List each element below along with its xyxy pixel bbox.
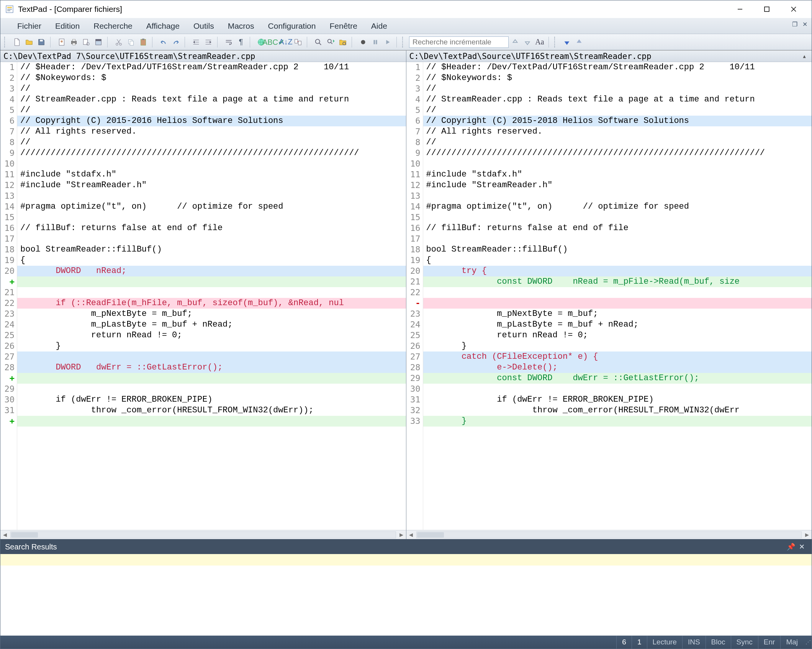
compare-icon[interactable] xyxy=(292,36,304,48)
svg-point-27 xyxy=(316,39,320,43)
cut-icon[interactable] xyxy=(113,36,124,48)
svg-rect-25 xyxy=(295,39,298,43)
right-pane: C:\Dev\TextPad\Source\UTF16Stream\Stream… xyxy=(406,51,812,539)
pause-macro-icon[interactable] xyxy=(370,36,381,48)
minimize-button[interactable] xyxy=(727,0,753,18)
menu-configuration[interactable]: Configuration xyxy=(261,19,323,33)
toggle-panel-icon[interactable] xyxy=(93,36,104,48)
status-enr: Enr xyxy=(758,636,781,649)
spellcheck-icon[interactable]: ABC✔ xyxy=(268,36,279,48)
search-results-header[interactable]: Search Results 📌 ✕ xyxy=(0,539,812,554)
print-preview-icon[interactable] xyxy=(80,36,92,48)
right-gutter: 12345678910111213141516171819202122-2324… xyxy=(406,62,423,530)
pilcrow-icon[interactable]: ¶ xyxy=(235,36,247,48)
incremental-search-input[interactable] xyxy=(409,36,509,48)
svg-rect-22 xyxy=(141,39,146,45)
svg-rect-3 xyxy=(7,10,10,11)
svg-rect-23 xyxy=(142,38,144,40)
properties-icon[interactable] xyxy=(56,36,67,48)
diff-split-view: C:\Dev\TextPad 7\Source\UTF16Stream\Stre… xyxy=(0,50,812,539)
right-pane-path: C:\Dev\TextPad\Source\UTF16Stream\Stream… xyxy=(406,51,812,62)
svg-rect-13 xyxy=(72,43,75,45)
search-down-icon[interactable] xyxy=(522,36,533,48)
status-ins: INS xyxy=(682,636,706,649)
left-pane-path: C:\Dev\TextPad 7\Source\UTF16Stream\Stre… xyxy=(0,51,406,62)
svg-rect-31 xyxy=(373,40,375,44)
wrap-icon[interactable] xyxy=(223,36,234,48)
open-file-icon[interactable] xyxy=(23,36,35,48)
mdi-close-button[interactable]: ✕ xyxy=(801,20,809,28)
app-icon xyxy=(5,5,14,14)
match-case-icon[interactable]: Aa xyxy=(534,36,545,48)
svg-rect-14 xyxy=(83,39,88,44)
status-bloc: Bloc xyxy=(706,636,731,649)
svg-rect-32 xyxy=(376,40,377,44)
menu-fichier[interactable]: Fichier xyxy=(10,19,48,33)
sort-icon[interactable]: A↓Z xyxy=(280,36,291,48)
print-icon[interactable] xyxy=(68,36,80,48)
close-button[interactable] xyxy=(780,0,807,18)
redo-icon[interactable] xyxy=(170,36,182,48)
menu-affichage[interactable]: Affichage xyxy=(139,19,187,33)
search-up-icon[interactable] xyxy=(509,36,521,48)
left-editor[interactable]: 123456▶7891011121314151617181920+2122232… xyxy=(0,62,406,530)
undo-icon[interactable] xyxy=(158,36,169,48)
right-code[interactable]: // $Header: /Dev/TextPad/UTF16Stream/Str… xyxy=(423,62,812,530)
find-icon[interactable] xyxy=(313,36,324,48)
menu-recherche[interactable]: Recherche xyxy=(87,19,139,33)
svg-rect-1 xyxy=(7,7,12,8)
next-diff-icon[interactable] xyxy=(561,36,573,48)
svg-rect-5 xyxy=(765,7,769,11)
copy-icon[interactable] xyxy=(125,36,137,48)
save-icon[interactable] xyxy=(36,36,47,48)
menu-aide[interactable]: Aide xyxy=(364,19,394,33)
menu-fenêtre[interactable]: Fenêtre xyxy=(323,19,364,33)
left-hscrollbar[interactable]: ◀▶ xyxy=(0,530,406,539)
maximize-button[interactable] xyxy=(753,0,780,18)
left-gutter: 123456▶7891011121314151617181920+2122232… xyxy=(0,62,17,530)
search-results-title: Search Results xyxy=(5,543,786,551)
vscroll-up-icon[interactable]: ▲ xyxy=(800,51,809,62)
statusbar: 6 1 LectureINSBlocSyncEnrMaj ⋰ xyxy=(0,636,812,649)
left-code[interactable]: // $Header: /Dev/TextPad/UTF16Stream/Str… xyxy=(17,62,406,530)
svg-point-10 xyxy=(61,40,63,43)
indent-left-icon[interactable] xyxy=(190,36,202,48)
workarea: C:\Dev\TextPad 7\Source\UTF16Stream\Stre… xyxy=(0,50,812,636)
right-editor[interactable]: 12345678910111213141516171819202122-2324… xyxy=(406,62,812,530)
svg-rect-8 xyxy=(40,39,43,41)
svg-rect-17 xyxy=(96,39,102,41)
main-toolbar: ¶ ABC✔ A↓Z Aa xyxy=(0,34,812,50)
menu-edition[interactable]: Edition xyxy=(48,19,87,33)
paste-icon[interactable] xyxy=(138,36,149,48)
pin-icon[interactable]: 📌 xyxy=(786,543,796,551)
titlebar[interactable]: TextPad - [Comparer fichiers] xyxy=(0,0,812,18)
search-results-body[interactable] xyxy=(0,554,812,636)
svg-rect-12 xyxy=(72,39,75,41)
search-results-panel: Search Results 📌 ✕ xyxy=(0,539,812,636)
prev-diff-icon[interactable] xyxy=(573,36,585,48)
find-next-icon[interactable] xyxy=(325,36,336,48)
find-in-files-icon[interactable] xyxy=(337,36,349,48)
svg-rect-26 xyxy=(298,41,301,45)
menubar: FichierEditionRechercheAffichageOutilsMa… xyxy=(0,18,812,34)
status-line: 1 xyxy=(632,636,647,649)
status-col: 6 xyxy=(616,636,632,649)
svg-rect-21 xyxy=(130,41,133,45)
left-pane: C:\Dev\TextPad 7\Source\UTF16Stream\Stre… xyxy=(0,51,406,539)
resize-grip-icon[interactable]: ⋰ xyxy=(805,639,809,645)
indent-right-icon[interactable] xyxy=(203,36,214,48)
search-results-row[interactable] xyxy=(0,554,812,566)
play-macro-icon[interactable] xyxy=(382,36,393,48)
svg-rect-2 xyxy=(7,9,12,10)
menu-outils[interactable]: Outils xyxy=(187,19,221,33)
app-window: TextPad - [Comparer fichiers] FichierEdi… xyxy=(0,0,812,649)
status-lecture: Lecture xyxy=(647,636,682,649)
record-macro-icon[interactable] xyxy=(357,36,369,48)
menu-macros[interactable]: Macros xyxy=(221,19,261,33)
window-title: TextPad - [Comparer fichiers] xyxy=(18,5,727,14)
mdi-restore-button[interactable]: ❐ xyxy=(791,20,799,28)
close-panel-icon[interactable]: ✕ xyxy=(796,543,807,551)
status-sync: Sync xyxy=(731,636,758,649)
right-hscrollbar[interactable]: ◀▶ xyxy=(406,530,812,539)
new-file-icon[interactable] xyxy=(11,36,23,48)
